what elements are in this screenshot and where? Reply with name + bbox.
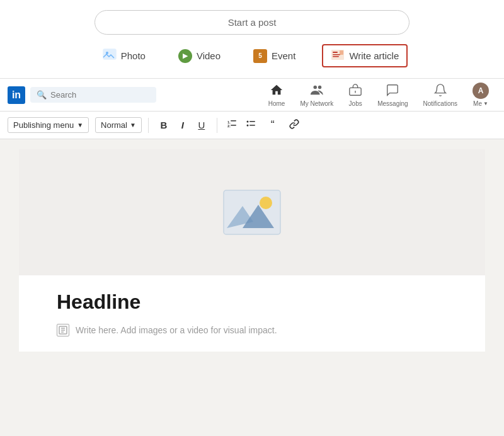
home-icon bbox=[270, 83, 284, 99]
photo-button[interactable]: Photo bbox=[96, 43, 152, 68]
photo-icon bbox=[103, 47, 117, 64]
search-input[interactable] bbox=[50, 90, 150, 100]
quote-button[interactable]: “ bbox=[264, 117, 282, 134]
format-select[interactable]: Normal ▼ bbox=[95, 117, 142, 133]
messaging-label: Messaging bbox=[377, 100, 408, 107]
photo-label: Photo bbox=[121, 50, 146, 61]
event-icon: 5 bbox=[253, 49, 267, 63]
avatar: A bbox=[472, 83, 489, 99]
top-post-section: Start a post Photo ▶ Video 5 bbox=[0, 0, 504, 79]
svg-point-7 bbox=[313, 85, 317, 89]
chevron-down-icon: ▼ bbox=[483, 101, 488, 106]
start-post-text: Start a post bbox=[228, 17, 277, 28]
svg-rect-18 bbox=[249, 125, 255, 126]
list-group: 1. 2. bbox=[224, 117, 260, 134]
article-content: Headline Write here. Add images or a vid… bbox=[19, 275, 485, 352]
bold-button[interactable]: B bbox=[155, 117, 173, 134]
nav-messaging[interactable]: Messaging bbox=[370, 79, 415, 112]
action-buttons: Photo ▶ Video 5 Event bbox=[13, 43, 491, 68]
link-button[interactable] bbox=[285, 117, 303, 134]
body-placeholder-icon bbox=[57, 324, 69, 336]
svg-rect-6 bbox=[340, 50, 343, 55]
publishing-menu-label: Publishing menu bbox=[13, 120, 74, 130]
body-placeholder[interactable]: Write here. Add images or a video for vi… bbox=[57, 324, 447, 336]
notifications-label: Notifications bbox=[423, 100, 457, 107]
notifications-icon bbox=[433, 83, 447, 99]
video-icon: ▶ bbox=[178, 49, 192, 63]
home-label: Home bbox=[268, 100, 285, 107]
me-label: Me ▼ bbox=[473, 100, 488, 107]
network-label: My Network bbox=[300, 100, 333, 107]
nav-home[interactable]: Home bbox=[261, 79, 293, 112]
ordered-list-icon: 1. 2. bbox=[227, 119, 238, 131]
text-format-group: B I U bbox=[155, 117, 210, 134]
link-icon bbox=[289, 119, 299, 131]
format-label: Normal bbox=[101, 120, 127, 130]
unordered-list-icon bbox=[246, 119, 256, 131]
search-icon: 🔍 bbox=[37, 90, 47, 100]
start-post-bar[interactable]: Start a post bbox=[94, 10, 410, 35]
nav-notifications[interactable]: Notifications bbox=[416, 79, 465, 112]
network-icon bbox=[310, 83, 324, 99]
event-button[interactable]: 5 Event bbox=[247, 45, 302, 67]
headline-placeholder[interactable]: Headline bbox=[57, 290, 447, 314]
svg-point-15 bbox=[246, 121, 248, 123]
ordered-list-button[interactable]: 1. 2. bbox=[224, 117, 241, 134]
svg-rect-3 bbox=[333, 52, 338, 53]
write-article-icon bbox=[331, 49, 345, 62]
write-article-label: Write article bbox=[349, 50, 399, 61]
toolbar-divider-1 bbox=[148, 118, 149, 133]
nav-my-network[interactable]: My Network bbox=[292, 79, 341, 112]
svg-point-8 bbox=[318, 85, 322, 89]
event-label: Event bbox=[272, 50, 295, 61]
write-article-button[interactable]: Write article bbox=[322, 44, 408, 67]
svg-rect-5 bbox=[333, 56, 339, 57]
publishing-menu-chevron-icon: ▼ bbox=[77, 122, 83, 129]
svg-rect-12 bbox=[231, 120, 236, 122]
svg-rect-4 bbox=[333, 54, 340, 55]
body-placeholder-text: Write here. Add images or a video for vi… bbox=[76, 325, 277, 335]
underline-button[interactable]: U bbox=[193, 117, 210, 134]
format-chevron-icon: ▼ bbox=[130, 122, 136, 129]
editor-area: Headline Write here. Add images or a vid… bbox=[0, 139, 504, 362]
unordered-list-button[interactable] bbox=[243, 117, 260, 134]
svg-point-22 bbox=[260, 197, 272, 209]
video-label: Video bbox=[197, 50, 220, 61]
jobs-label: Jobs bbox=[349, 100, 362, 107]
image-placeholder-icon bbox=[220, 187, 284, 238]
jobs-icon bbox=[348, 83, 362, 99]
editor-inner: Headline Write here. Add images or a vid… bbox=[19, 149, 485, 352]
svg-text:2.: 2. bbox=[227, 124, 231, 128]
linkedin-logo: in bbox=[8, 86, 25, 104]
publishing-menu-button[interactable]: Publishing menu ▼ bbox=[8, 117, 89, 133]
nav-bar: in 🔍 Home My Network bbox=[0, 79, 504, 112]
svg-rect-14 bbox=[231, 125, 236, 126]
svg-point-17 bbox=[246, 125, 248, 127]
messaging-icon bbox=[386, 83, 399, 99]
svg-rect-16 bbox=[249, 121, 255, 122]
italic-button[interactable]: I bbox=[174, 117, 192, 134]
cover-image-area[interactable] bbox=[19, 149, 485, 275]
toolbar-divider-2 bbox=[217, 118, 217, 133]
editor-toolbar: Publishing menu ▼ Normal ▼ B I U 1. 2. bbox=[0, 112, 504, 139]
search-box[interactable]: 🔍 bbox=[30, 87, 156, 103]
nav-me[interactable]: A Me ▼ bbox=[465, 79, 496, 112]
nav-icons: Home My Network J bbox=[261, 79, 496, 112]
video-button[interactable]: ▶ Video bbox=[172, 45, 227, 67]
nav-jobs[interactable]: Jobs bbox=[341, 79, 370, 112]
